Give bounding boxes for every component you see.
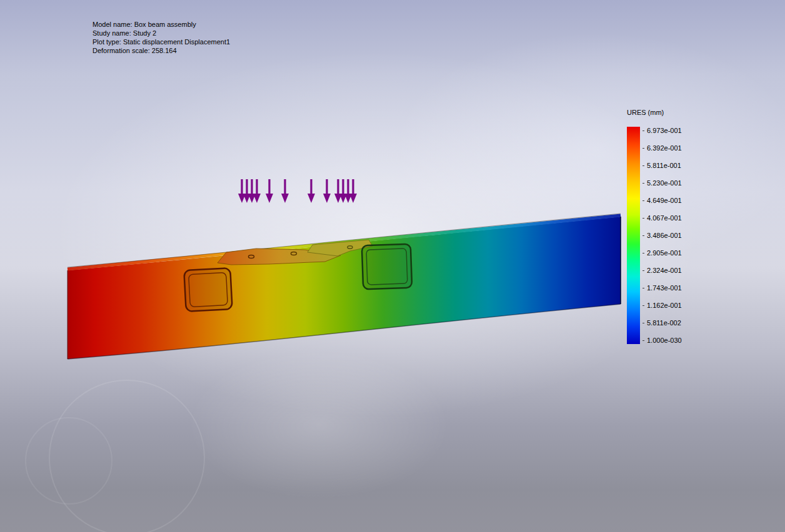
legend-tick: 6.392e-001 xyxy=(642,144,682,152)
legend-tick-label: 5.230e-001 xyxy=(647,179,682,187)
load-arrow-icon[interactable] xyxy=(243,179,251,203)
legend-tick-label: 4.067e-001 xyxy=(647,214,682,222)
legend-tick-label: 2.324e-001 xyxy=(647,267,682,274)
color-legend: URES (mm) 6.973e-001 6.392e-001 5.811e-0… xyxy=(627,109,682,344)
legend-tick-label: 6.392e-001 xyxy=(647,144,682,152)
legend-tick: 1.743e-001 xyxy=(642,284,682,292)
load-arrow-icon[interactable] xyxy=(253,179,261,203)
legend-tick: 1.162e-001 xyxy=(642,302,682,309)
legend-tick-label: 5.811e-002 xyxy=(647,319,681,327)
legend-tick-label: 1.000e-030 xyxy=(647,337,682,344)
legend-tick-mark xyxy=(642,253,644,254)
plot-annotations: Model name: Box beam assembly Study name… xyxy=(92,20,230,55)
load-arrow-icon[interactable] xyxy=(238,179,246,203)
legend-tick-list: 6.973e-001 6.392e-001 5.811e-001 5.230e-… xyxy=(642,127,682,344)
legend-tick-label: 1.162e-001 xyxy=(647,302,682,309)
legend-tick-mark xyxy=(642,235,644,236)
graphics-viewport[interactable]: Model name: Box beam assembly Study name… xyxy=(0,0,785,532)
legend-tick-mark xyxy=(642,183,644,184)
legend-tick-label: 4.649e-001 xyxy=(647,197,682,204)
legend-tick-label: 5.811e-001 xyxy=(647,162,681,169)
load-arrow-icon[interactable] xyxy=(344,179,352,203)
legend-title: URES (mm) xyxy=(627,109,682,116)
legend-tick: 6.973e-001 xyxy=(642,127,682,134)
legend-tick: 4.067e-001 xyxy=(642,214,682,222)
square-cutout-right[interactable] xyxy=(362,244,412,290)
legend-tick-mark xyxy=(642,165,644,166)
legend-tick-mark xyxy=(642,305,644,306)
load-arrow-icon[interactable] xyxy=(308,179,315,203)
legend-tick-mark xyxy=(642,131,644,131)
legend-tick-label: 3.486e-001 xyxy=(647,232,682,239)
annotation-study-name: Study name: Study 2 xyxy=(92,29,230,37)
legend-tick-label: 2.905e-001 xyxy=(647,249,682,257)
legend-tick: 5.811e-001 xyxy=(642,162,682,169)
load-arrow-icon[interactable] xyxy=(248,179,256,203)
legend-tick-mark xyxy=(642,148,644,149)
legend-tick: 5.811e-002 xyxy=(642,319,682,327)
annotation-model-name: Model name: Box beam assembly xyxy=(92,20,230,29)
legend-tick-mark xyxy=(642,270,644,271)
legend-tick: 4.649e-001 xyxy=(642,197,682,204)
load-arrows[interactable] xyxy=(238,179,357,203)
beam-front-face[interactable] xyxy=(68,217,621,359)
legend-tick: 1.000e-030 xyxy=(642,337,682,344)
annotation-plot-type: Plot type: Static displacement Displacem… xyxy=(92,37,230,46)
square-cutout-left[interactable] xyxy=(184,268,232,312)
legend-tick: 2.905e-001 xyxy=(642,249,682,257)
annotation-deformation-scale: Deformation scale: 258.164 xyxy=(92,46,230,55)
load-arrow-icon[interactable] xyxy=(334,179,342,203)
legend-tick-mark xyxy=(642,218,644,219)
legend-tick-mark xyxy=(642,340,644,341)
legend-tick-mark xyxy=(642,288,644,288)
legend-tick: 5.230e-001 xyxy=(642,179,682,187)
load-arrow-icon[interactable] xyxy=(281,179,289,203)
legend-tick-mark xyxy=(642,200,644,201)
load-arrow-icon[interactable] xyxy=(323,179,331,203)
load-arrow-icon[interactable] xyxy=(339,179,347,203)
load-arrow-icon[interactable] xyxy=(349,179,357,203)
legend-tick-label: 6.973e-001 xyxy=(647,127,682,134)
legend-color-bar xyxy=(627,127,640,344)
legend-tick-mark xyxy=(642,323,644,323)
load-arrow-icon[interactable] xyxy=(266,179,273,203)
legend-tick: 3.486e-001 xyxy=(642,232,682,239)
legend-tick: 2.324e-001 xyxy=(642,267,682,274)
legend-tick-label: 1.743e-001 xyxy=(647,284,682,292)
